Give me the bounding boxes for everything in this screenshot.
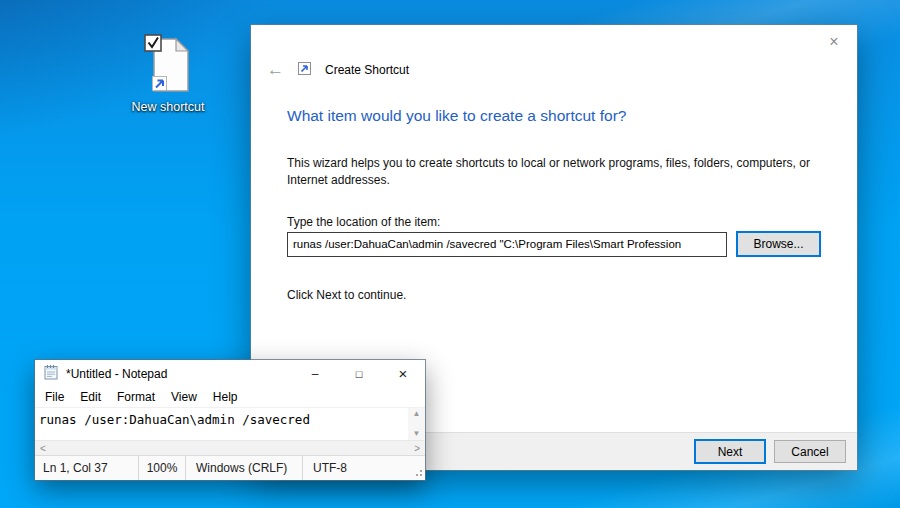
notepad-app-icon: [43, 364, 59, 383]
cancel-button[interactable]: Cancel: [774, 440, 846, 463]
menu-file[interactable]: File: [37, 390, 72, 404]
scroll-up-icon[interactable]: ▲: [413, 410, 421, 418]
scroll-right-icon[interactable]: >: [414, 443, 420, 454]
wizard-title: Create Shortcut: [325, 63, 409, 77]
close-icon[interactable]: ×: [824, 32, 844, 52]
desktop-icon-new-shortcut[interactable]: New shortcut: [128, 34, 208, 114]
scroll-left-icon[interactable]: <: [40, 443, 46, 454]
horizontal-scrollbar[interactable]: < >: [35, 440, 425, 455]
scroll-down-icon[interactable]: ▼: [413, 430, 421, 438]
desktop-icon-label: New shortcut: [128, 100, 208, 114]
notepad-titlebar[interactable]: *Untitled - Notepad – □ ×: [35, 360, 425, 387]
minimize-icon[interactable]: –: [293, 360, 337, 387]
status-zoom-level: 100%: [138, 456, 185, 480]
location-row: Browse...: [287, 231, 821, 257]
location-input[interactable]: [287, 232, 727, 257]
desktop: New shortcut × ← Create Shortcut What it…: [0, 0, 900, 508]
shortcut-file-icon: [140, 34, 196, 98]
resize-grip[interactable]: [413, 467, 423, 477]
notepad-statusbar: Ln 1, Col 37 100% Windows (CRLF) UTF-8: [35, 455, 425, 480]
menu-format[interactable]: Format: [109, 390, 163, 404]
vertical-scrollbar[interactable]: ▲ ▼: [408, 408, 425, 440]
notepad-window: *Untitled - Notepad – □ × File Edit Form…: [35, 360, 425, 480]
browse-button[interactable]: Browse...: [736, 231, 821, 257]
status-line-ending: Windows (CRLF): [185, 456, 302, 480]
status-cursor-position: Ln 1, Col 37: [35, 456, 138, 480]
shortcut-overlay-icon: [298, 61, 311, 79]
back-arrow-icon[interactable]: ←: [263, 61, 288, 79]
notepad-text-content[interactable]: runas /user:DahuaCan\admin /savecred: [35, 408, 408, 440]
notepad-menubar: File Edit Format View Help: [35, 387, 425, 407]
wizard-description: This wizard helps you to create shortcut…: [287, 155, 835, 189]
notepad-window-controls: – □ ×: [293, 360, 425, 387]
notepad-edit-area: runas /user:DahuaCan\admin /savecred ▲ ▼: [35, 407, 425, 440]
location-label: Type the location of the item:: [287, 215, 440, 229]
status-encoding: UTF-8: [302, 456, 425, 480]
menu-edit[interactable]: Edit: [72, 390, 109, 404]
wizard-heading: What item would you like to create a sho…: [287, 107, 626, 125]
maximize-icon[interactable]: □: [337, 360, 381, 387]
menu-help[interactable]: Help: [205, 390, 246, 404]
notepad-title: *Untitled - Notepad: [66, 367, 167, 381]
menu-view[interactable]: View: [163, 390, 205, 404]
wizard-header: ← Create Shortcut: [263, 61, 409, 79]
close-icon[interactable]: ×: [381, 360, 425, 387]
wizard-hint: Click Next to continue.: [287, 288, 406, 302]
next-button[interactable]: Next: [694, 439, 766, 464]
